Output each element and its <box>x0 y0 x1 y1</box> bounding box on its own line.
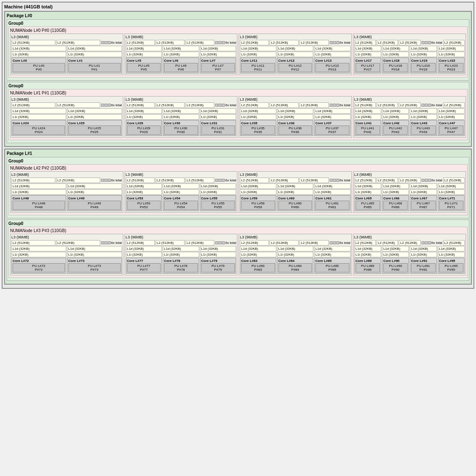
core-19-title: Core L#19 <box>411 59 435 63</box>
l1d-11: L1d (32KB) <box>438 46 465 51</box>
numa-0-0-title: NUMANode L#0 P#0 (110GB) <box>10 28 466 33</box>
l3-0-1-1: L3 (96MB) L2 (512KB) L2 (512KB) L2 (512K… <box>125 96 238 138</box>
pu-11: PU L#11P#11 <box>241 63 275 72</box>
pu-6: PU L#6P#6 <box>164 63 198 72</box>
l2-row-0-0-0: L2 (512KB) L2 (512KB) 6x total <box>11 40 122 45</box>
cache-label-3: 6x total <box>432 41 442 44</box>
numa-1-1: NUMANode L#3 P#3 (110GB) L3 (96MB) L2 (5… <box>8 227 468 278</box>
core-6-title: Core L#6 <box>164 59 198 63</box>
l2-box-11: L2 (512KB) <box>443 40 465 45</box>
numa-0-0: NUMANode L#0 P#0 (110GB) L3 (96MB) L2 (5… <box>8 26 468 78</box>
l3-row-0-1: L3 (96MB) L2 (512KB) L2 (512KB) 6x total <box>10 96 466 138</box>
l2-box-5: L2 (512KB) <box>240 40 269 45</box>
l1i-row-0-0-2: L1i (32KB) L1i (32KB) L1i (32KB) <box>240 52 351 57</box>
cache-sq-2 <box>104 41 107 44</box>
l1i-2: L1i (32KB) <box>126 52 162 57</box>
l3-0-0-1: L3 (96MB) L2 (512KB) L2 (512KB) L2 (512K… <box>125 34 238 75</box>
l3-0-0-0: L3 (96MB) L2 (512KB) L2 (512KB) 6x total <box>10 34 123 75</box>
l1i-8: L1i (32KB) <box>354 52 381 57</box>
l1d-10: L1d (32KB) <box>410 46 437 51</box>
l3-0-0-0-title: L3 (96MB) <box>11 35 122 39</box>
l1d-1: L1d (32KB) <box>67 46 122 51</box>
core-11-title: Core L#11 <box>241 59 275 63</box>
cache-sq-8 <box>333 41 336 44</box>
pu-1: PU L#1P#1 <box>68 63 121 72</box>
l1i-row-0-0-0: L1i (32KB) L1i (32KB) <box>11 52 122 57</box>
l1i-7: L1i (32KB) <box>314 52 351 57</box>
cache-ind-2: 6x total <box>330 41 351 44</box>
core-18-title: Core L#18 <box>383 59 408 63</box>
core-5-title: Core L#5 <box>127 59 161 63</box>
numa-1-0-title: NUMANode L#2 P#2 (110GB) <box>10 166 466 170</box>
l1d-9: L1d (32KB) <box>382 46 409 51</box>
core-0: Core L#0 PU L#0P#0 <box>11 58 66 73</box>
l2-box-8: L2 (512KB) <box>354 40 376 45</box>
group-1-0: Group0 NUMANode L#2 P#2 (110GB) L3 (96MB… <box>7 157 469 218</box>
core-row-0-0-0: Core L#0 PU L#0P#0 Core L#1 PU L#1P#1 <box>11 58 122 73</box>
core-19: Core L#19 PU L#19P#19 <box>410 58 437 73</box>
core-17-title: Core L#17 <box>356 59 380 63</box>
cache-sq-5 <box>218 41 221 44</box>
l1d-8: L1d (32KB) <box>354 46 381 51</box>
l1d-3: L1d (32KB) <box>163 46 199 51</box>
core-7-title: Core L#7 <box>201 59 235 63</box>
core-12: Core L#12 PU L#12P#12 <box>277 58 314 73</box>
core-13: Core L#13 PU L#13P#13 <box>314 58 351 73</box>
cache-sq-1 <box>101 41 104 44</box>
core-18: Core L#18 PU L#18P#18 <box>382 58 409 73</box>
package-1: Package L#1 Group0 NUMANode L#2 P#2 (110… <box>4 149 472 285</box>
pu-19: PU L#19P#19 <box>411 63 435 72</box>
l3-0-1-0: L3 (96MB) L2 (512KB) L2 (512KB) 6x total <box>10 96 123 138</box>
pu-0: PU L#0P#0 <box>13 63 65 72</box>
l2-box-4: L2 (512KB) <box>185 40 214 45</box>
cache-ind-b0: 6x total <box>101 103 122 107</box>
l1i-1: L1i (32KB) <box>67 52 122 57</box>
core-6: Core L#6 PU L#6P#6 <box>163 58 199 73</box>
package-0: Package L#0 Group0 NUMANode L#0 P#0 (110… <box>4 11 472 147</box>
l2-box-10: L2 (512KB) <box>399 40 420 45</box>
l2-row-0-0-3: L2 (512KB) L2 (512KB) L2 (512KB) 6x tota… <box>354 40 465 45</box>
core-row-0-0-2: Core L#11 PU L#11P#11 Core L#12 PU L#12P… <box>240 58 351 73</box>
l1i-11: L1i (32KB) <box>438 52 465 57</box>
core-7: Core L#7 PU L#7P#7 <box>200 58 237 73</box>
group-1-0-title: Group0 <box>8 159 468 163</box>
l3-0-0-1-title: L3 (96MB) <box>126 35 237 39</box>
l2-box-9: L2 (512KB) <box>377 40 398 45</box>
cache-label-0: 6x total <box>111 41 122 44</box>
l2-row-0-0-1: L2 (512KB) L2 (512KB) L2 (512KB) 6x tota… <box>126 40 237 45</box>
group-0-0: Group0 NUMANode L#0 P#0 (110GB) L3 (96MB… <box>7 19 469 81</box>
cache-ind-1: 6x total <box>215 41 236 44</box>
package-1-title: Package L#1 <box>7 151 469 156</box>
core-0-title: Core L#0 <box>13 59 65 63</box>
core-13-title: Core L#13 <box>315 59 349 63</box>
core-1-title: Core L#1 <box>68 59 121 63</box>
l2-b-0: L2 (512KB) <box>11 102 55 108</box>
l1d-2: L1d (32KB) <box>126 46 162 51</box>
cache-sq-9 <box>336 41 339 44</box>
l2-row-0-0-2: L2 (512KB) L2 (512KB) L2 (512KB) 6x tota… <box>240 40 351 45</box>
cache-ind-0: 6x total <box>101 41 122 44</box>
cache-sq-4 <box>215 41 218 44</box>
cache-sq-6 <box>222 41 225 44</box>
cache-sq-10 <box>421 41 424 44</box>
pu-12: PU L#12P#12 <box>278 63 312 72</box>
l2-box-2: L2 (512KB) <box>126 40 155 45</box>
l1i-4: L1i (32KB) <box>200 52 237 57</box>
l1d-7: L1d (32KB) <box>314 46 351 51</box>
l2-box-1: L2 (512KB) <box>56 40 100 45</box>
core-row-0-0-3: Core L#17 PU L#17P#17 Core L#18 PU L#18P… <box>354 58 465 73</box>
l1d-5: L1d (32KB) <box>240 46 276 51</box>
cache-sq-3 <box>108 41 111 44</box>
l1d-row-0-0-2: L1d (32KB) L1d (32KB) L1d (32KB) <box>240 46 351 51</box>
l1i-6: L1i (32KB) <box>277 52 314 57</box>
group-0-1: Group0 NUMANode L#1 P#1 (110GB) L3 (96MB… <box>7 82 469 143</box>
l1i-row-0-0-3: L1i (32KB) L1i (32KB) L1i (32KB) L1i (32… <box>354 52 465 57</box>
core-5: Core L#5 PU L#5P#5 <box>126 58 162 73</box>
group-0-0-title: Group0 <box>8 21 468 26</box>
l2-box-0: L2 (512KB) <box>11 40 55 45</box>
l2-row-0-1-0: L2 (512KB) L2 (512KB) 6x total <box>11 102 122 108</box>
l3-row-1-0: L3 (96MB) L2 (512KB) L2 (512KB) 6x total <box>10 171 466 213</box>
l3-0-0-2: L3 (96MB) L2 (512KB) L2 (512KB) L2 (512K… <box>239 34 352 75</box>
l1d-6: L1d (32KB) <box>277 46 314 51</box>
l3-0-0-2-title: L3 (96MB) <box>240 35 351 39</box>
